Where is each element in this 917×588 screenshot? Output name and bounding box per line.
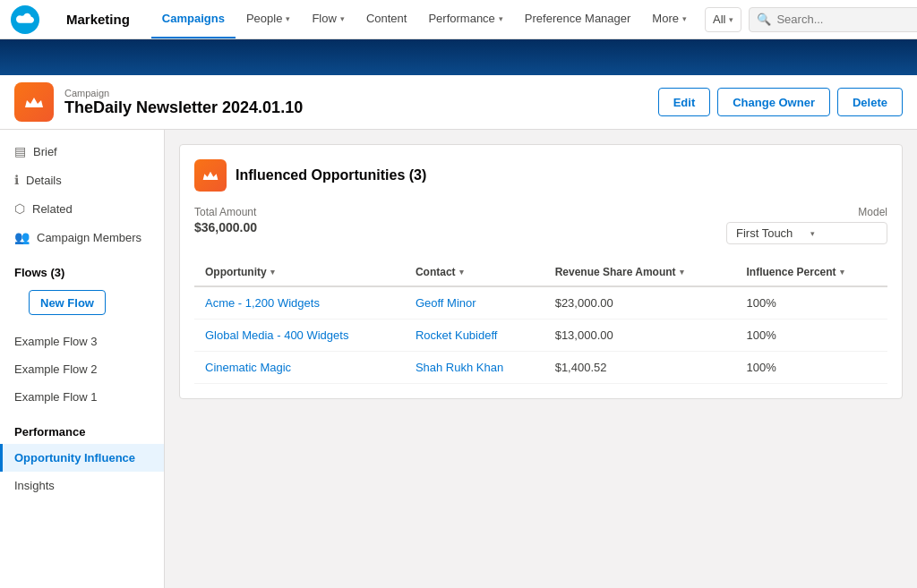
model-section: Model First Touch ▾ — [726, 206, 887, 244]
opp-1-revenue: $23,000.00 — [544, 286, 736, 320]
opp-2-influence: 100% — [736, 320, 887, 352]
new-flow-button[interactable]: New Flow — [29, 290, 106, 315]
details-icon: ℹ — [14, 173, 19, 187]
col-revenue-share: Revenue Share Amount ▾ — [544, 259, 736, 286]
opp-2-link[interactable]: Global Media - 400 Widgets — [205, 328, 348, 342]
table-row: Acme - 1,200 Widgets Geoff Minor $23,000… — [194, 286, 887, 320]
campaign-label: Campaign — [64, 88, 303, 98]
delete-button[interactable]: Delete — [837, 88, 903, 116]
total-amount-group: Total Amount $36,000.00 — [194, 206, 257, 234]
sidebar-item-details[interactable]: ℹ Details — [0, 166, 164, 194]
sidebar-item-flow-2[interactable]: Example Flow 2 — [0, 355, 164, 383]
nav-tab-campaigns[interactable]: Campaigns — [151, 0, 236, 38]
top-navigation: Marketing Campaigns People ▾ Flow ▾ Cont… — [0, 0, 917, 39]
contact-3-link[interactable]: Shah Rukh Khan — [416, 361, 503, 374]
total-amount-value: $36,000.00 — [194, 220, 257, 234]
card-icon — [194, 159, 227, 192]
opp-3-contact: Shah Rukh Khan — [405, 352, 544, 384]
more-dropdown-chevron: ▾ — [682, 14, 687, 23]
model-chevron: ▾ — [810, 229, 878, 238]
nav-tabs: Campaigns People ▾ Flow ▾ Content Perfor… — [151, 0, 698, 38]
main-content: Influenced Opportunities (3) Total Amoun… — [165, 130, 917, 588]
nav-tab-preference-manager[interactable]: Preference Manager — [514, 0, 642, 38]
contact-2-link[interactable]: Rocket Kubideff — [416, 328, 498, 342]
opp-sort-icon[interactable]: ▾ — [270, 268, 275, 277]
people-dropdown-chevron: ▾ — [286, 14, 290, 23]
sidebar-item-campaign-members[interactable]: 👥 Campaign Members — [0, 223, 164, 251]
influence-sort-icon[interactable]: ▾ — [840, 268, 844, 277]
waffle-menu-icon[interactable] — [47, 9, 56, 30]
model-value: First Touch — [736, 226, 803, 240]
sidebar-item-opportunity-influence[interactable]: Opportunity Influence — [0, 444, 164, 472]
opp-1-name: Acme - 1,200 Widgets — [194, 286, 405, 320]
opp-3-influence: 100% — [736, 352, 887, 384]
edit-button[interactable]: Edit — [658, 88, 711, 116]
sidebar-item-insights[interactable]: Insights — [0, 472, 164, 499]
sidebar-item-flow-3[interactable]: Example Flow 3 — [0, 328, 164, 355]
nav-tab-content[interactable]: Content — [356, 0, 418, 38]
opp-1-influence: 100% — [736, 286, 887, 320]
contact-sort-icon[interactable]: ▾ — [459, 268, 464, 277]
change-owner-button[interactable]: Change Owner — [717, 88, 830, 116]
opp-3-revenue: $1,400.52 — [544, 352, 736, 384]
sidebar-item-related[interactable]: ⬡ Related — [0, 194, 164, 223]
revenue-sort-icon[interactable]: ▾ — [680, 268, 684, 277]
app-name: Marketing — [66, 12, 130, 27]
performance-section-title: Performance — [0, 411, 164, 444]
influenced-opportunities-card: Influenced Opportunities (3) Total Amoun… — [179, 144, 903, 399]
opp-1-contact: Geoff Minor — [405, 286, 544, 320]
campaign-header: Campaign TheDaily Newsletter 2024.01.10 … — [0, 75, 917, 130]
total-amount-label: Total Amount — [194, 206, 257, 218]
contact-1-link[interactable]: Geoff Minor — [416, 296, 476, 310]
table-row: Cinematic Magic Shah Rukh Khan $1,400.52… — [194, 352, 887, 384]
card-header: Influenced Opportunities (3) — [194, 159, 887, 192]
opp-1-link[interactable]: Acme - 1,200 Widgets — [205, 296, 320, 310]
campaign-title-group: Campaign TheDaily Newsletter 2024.01.10 — [64, 88, 303, 117]
col-influence-percent: Influence Percent ▾ — [736, 259, 887, 286]
performance-dropdown-chevron: ▾ — [499, 14, 503, 23]
card-title: Influenced Opportunities (3) — [236, 167, 426, 183]
sidebar: ▤ Brief ℹ Details ⬡ Related 👥 Campaign M… — [0, 130, 165, 588]
table-body: Acme - 1,200 Widgets Geoff Minor $23,000… — [194, 286, 887, 384]
brief-icon: ▤ — [14, 144, 26, 158]
nav-tab-more[interactable]: More ▾ — [641, 0, 698, 38]
model-label: Model — [858, 206, 887, 218]
opp-2-name: Global Media - 400 Widgets — [194, 320, 405, 352]
campaign-header-buttons: Edit Change Owner Delete — [658, 88, 903, 116]
sidebar-item-brief[interactable]: ▤ Brief — [0, 137, 164, 166]
salesforce-logo[interactable] — [11, 5, 39, 34]
campaign-icon — [14, 82, 54, 122]
campaign-breadcrumb-bar — [0, 39, 917, 75]
main-layout: ▤ Brief ℹ Details ⬡ Related 👥 Campaign M… — [0, 130, 917, 588]
nav-tab-flow[interactable]: Flow ▾ — [301, 0, 355, 38]
summary-row: Total Amount $36,000.00 Model First Touc… — [194, 206, 887, 244]
opp-3-link[interactable]: Cinematic Magic — [205, 361, 291, 374]
sidebar-item-flow-1[interactable]: Example Flow 1 — [0, 383, 164, 411]
table-row: Global Media - 400 Widgets Rocket Kubide… — [194, 320, 887, 352]
search-icon: 🔍 — [757, 13, 771, 26]
campaign-name: TheDaily Newsletter 2024.01.10 — [64, 98, 303, 117]
opp-3-name: Cinematic Magic — [194, 352, 405, 384]
nav-tab-people[interactable]: People ▾ — [236, 0, 301, 38]
table-header: Opportunity ▾ Contact ▾ — [194, 259, 887, 286]
global-search-bar[interactable]: 🔍 — [749, 7, 917, 32]
model-dropdown[interactable]: First Touch ▾ — [726, 222, 887, 244]
opp-2-contact: Rocket Kubideff — [405, 320, 544, 352]
search-scope-dropdown[interactable]: All ▾ — [705, 7, 741, 32]
opportunities-table: Opportunity ▾ Contact ▾ — [194, 259, 887, 384]
nav-tab-performance[interactable]: Performance ▾ — [417, 0, 513, 38]
flow-dropdown-chevron: ▾ — [340, 14, 345, 23]
flows-section-title: Flows (3) — [0, 251, 164, 285]
search-input[interactable] — [776, 13, 917, 26]
scope-chevron: ▾ — [729, 15, 733, 24]
opp-2-revenue: $13,000.00 — [544, 320, 736, 352]
col-contact: Contact ▾ — [405, 259, 544, 286]
related-icon: ⬡ — [14, 201, 25, 216]
col-opportunity: Opportunity ▾ — [194, 259, 405, 286]
members-icon: 👥 — [14, 230, 30, 244]
campaign-header-left: Campaign TheDaily Newsletter 2024.01.10 — [14, 82, 303, 122]
